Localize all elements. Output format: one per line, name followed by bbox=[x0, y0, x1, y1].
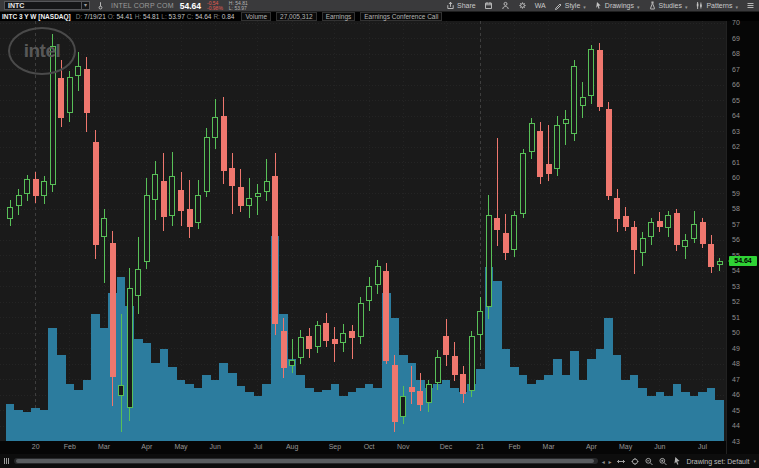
price-tick-label: 47 bbox=[732, 376, 740, 384]
time-tick-label: Apr bbox=[136, 443, 158, 450]
drawings-button[interactable]: Drawings ▾ bbox=[594, 1, 640, 10]
day-high-low: H: 54.81L: 53.97 bbox=[229, 1, 248, 11]
earnings-button[interactable]: Earnings bbox=[322, 12, 356, 21]
time-tick-label: 21 bbox=[469, 443, 491, 450]
top-toolbar: INTC ▾ INTEL CORP COM 54.64 -0.54-0.98% … bbox=[0, 0, 759, 12]
time-tick-label: Jul bbox=[692, 443, 714, 450]
zoom-out-icon[interactable] bbox=[644, 457, 654, 466]
time-tick-label: Mar bbox=[93, 443, 115, 450]
chevron-down-icon: ▾ bbox=[735, 4, 738, 10]
readout-field: L: 53.97 bbox=[161, 13, 185, 20]
time-tick-label: Jul bbox=[247, 443, 269, 450]
time-tick-label: 20 bbox=[25, 443, 47, 450]
user-icon[interactable] bbox=[501, 1, 510, 10]
price-tick-label: 48 bbox=[732, 360, 740, 368]
chevron-down-icon: ▾ bbox=[753, 458, 756, 464]
bottom-bar: ◂ ▸ Drawing set: Default ▾ bbox=[0, 454, 759, 468]
intel-logo-watermark: intel bbox=[8, 27, 76, 75]
style-button[interactable]: Style ▾ bbox=[554, 1, 586, 10]
price-tick-label: 67 bbox=[732, 66, 740, 74]
pointer-icon[interactable] bbox=[672, 456, 682, 466]
price-tick-label: 69 bbox=[732, 35, 740, 43]
time-tick-label: Feb bbox=[503, 443, 525, 450]
scroll-step-arrows[interactable]: ◂ ▸ bbox=[602, 458, 613, 465]
studies-button[interactable]: Studies ▾ bbox=[648, 1, 688, 10]
time-tick-label: Mar bbox=[538, 443, 560, 450]
share-button[interactable]: Share bbox=[446, 1, 476, 10]
price-tick-label: 50 bbox=[732, 329, 740, 337]
time-tick-label: May bbox=[615, 443, 637, 450]
chart-title: INTC 3 Y W [NASDAQ] bbox=[2, 13, 71, 20]
volume-value: 27,005,312 bbox=[276, 12, 317, 21]
drawing-set-selector[interactable]: Drawing set: Default bbox=[686, 458, 749, 465]
grip-icon[interactable] bbox=[3, 457, 10, 465]
chart-area[interactable]: intel bbox=[0, 21, 726, 441]
toolbar-actions: Share WA Style ▾ Drawings bbox=[446, 1, 755, 10]
zoom-in-icon[interactable] bbox=[658, 457, 668, 466]
readout-field: O: 54.41 bbox=[108, 13, 133, 20]
pan-icon[interactable] bbox=[616, 457, 626, 466]
price-tick-label: 51 bbox=[732, 314, 740, 322]
time-tick-label: Apr bbox=[580, 443, 602, 450]
last-price: 54.64 bbox=[180, 1, 201, 11]
price-tick-label: 65 bbox=[732, 97, 740, 105]
tc2000-window: INTC ▾ INTEL CORP COM 54.64 -0.54-0.98% … bbox=[0, 0, 759, 468]
price-tick-label: 59 bbox=[732, 190, 740, 198]
price-tick-label: 49 bbox=[732, 345, 740, 353]
chevron-down-icon[interactable]: ▾ bbox=[81, 2, 89, 9]
price-tick-label: 66 bbox=[732, 81, 740, 89]
price-tick-label: 60 bbox=[732, 174, 740, 182]
time-tick-label: May bbox=[170, 443, 192, 450]
symbol-value: INTC bbox=[5, 2, 81, 9]
price-tick-label: 43 bbox=[732, 438, 740, 446]
symbol-input[interactable]: INTC ▾ bbox=[4, 1, 90, 10]
chevron-down-icon: ▾ bbox=[637, 4, 640, 10]
price-tick-label: 46 bbox=[732, 391, 740, 399]
chevron-down-icon: ▾ bbox=[583, 4, 586, 10]
flask-icon bbox=[648, 1, 657, 10]
price-change: -0.54-0.98% bbox=[207, 1, 223, 11]
pencil-icon bbox=[554, 1, 563, 10]
time-scrollbar[interactable] bbox=[14, 458, 598, 464]
price-tick-label: 63 bbox=[732, 128, 740, 136]
time-tick-label: Dec bbox=[435, 443, 457, 450]
price-axis[interactable]: 4344454647484950515253545556575859606162… bbox=[726, 21, 759, 454]
price-tick-label: 45 bbox=[732, 407, 740, 415]
patterns-icon bbox=[695, 1, 704, 10]
price-tick-label: 70 bbox=[732, 19, 740, 27]
scrollbar-thumb[interactable] bbox=[16, 459, 594, 463]
readout-field: D: 7/19/21 bbox=[76, 13, 106, 20]
gear-icon[interactable] bbox=[518, 1, 527, 10]
time-tick-label: Feb bbox=[59, 443, 81, 450]
calendar-icon[interactable] bbox=[484, 1, 493, 10]
menu-icon[interactable] bbox=[746, 1, 755, 10]
earnings-call-button[interactable]: Earnings Conference Call bbox=[360, 12, 442, 21]
time-tick-label: Jun bbox=[649, 443, 671, 450]
volume-indicator-button[interactable]: Volume bbox=[241, 12, 271, 21]
wa-button[interactable]: WA bbox=[535, 2, 546, 9]
readout-field: H: 54.81 bbox=[135, 13, 160, 20]
price-tick-label: 56 bbox=[732, 236, 740, 244]
time-tick-label: Oct bbox=[358, 443, 380, 450]
share-icon bbox=[446, 1, 455, 10]
time-axis[interactable]: 20FebMarAprMayJunJulAugSepOctNovDec21Feb… bbox=[0, 441, 726, 454]
chart-readout-bar: INTC 3 Y W [NASDAQ] D: 7/19/21O: 54.41H:… bbox=[0, 12, 759, 21]
readout-field: C: 54.64 bbox=[187, 13, 212, 20]
cursor-icon bbox=[594, 1, 603, 10]
price-tick-label: 64 bbox=[732, 112, 740, 120]
time-tick-label: Sep bbox=[324, 443, 346, 450]
price-tick-label: 44 bbox=[732, 422, 740, 430]
chart-canvas[interactable] bbox=[0, 21, 726, 441]
price-tick-label: 62 bbox=[732, 143, 740, 151]
price-tick-label: 57 bbox=[732, 221, 740, 229]
readout-field: R: 0.84 bbox=[213, 13, 234, 20]
last-price-label: 54.64 bbox=[729, 256, 757, 266]
crosshair-icon[interactable] bbox=[630, 457, 640, 466]
time-tick-label: Aug bbox=[281, 443, 303, 450]
link-icon[interactable] bbox=[96, 1, 105, 10]
price-tick-label: 58 bbox=[732, 205, 740, 213]
time-tick-label: Nov bbox=[392, 443, 414, 450]
patterns-button[interactable]: Patterns ▾ bbox=[695, 1, 738, 10]
ohlc-readout: D: 7/19/21O: 54.41H: 54.81L: 53.97C: 54.… bbox=[76, 13, 237, 20]
price-tick-label: 54 bbox=[732, 267, 740, 275]
